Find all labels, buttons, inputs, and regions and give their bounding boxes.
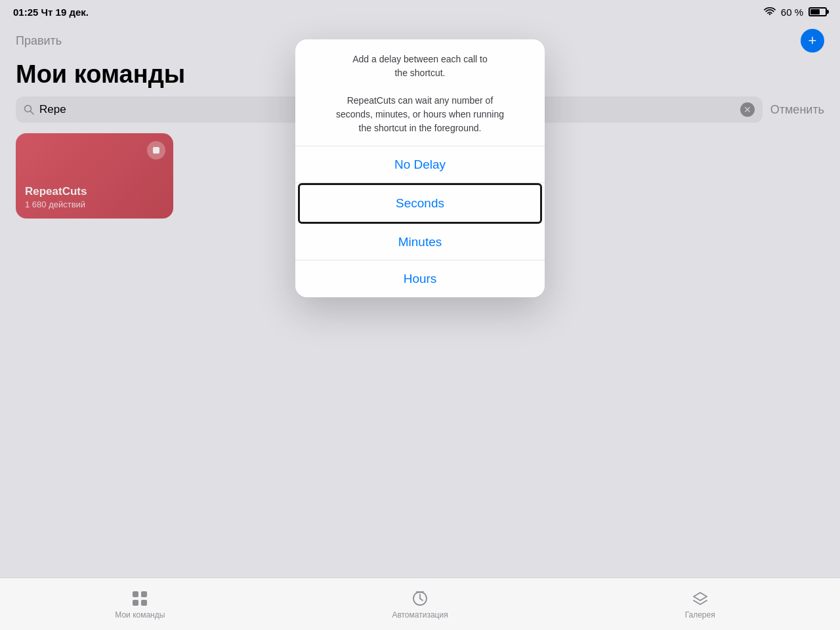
option-no-delay[interactable]: No Delay	[295, 146, 545, 183]
overlay: Add a delay between each call to the sho…	[0, 0, 840, 630]
popup-description: Add a delay between each call to the sho…	[308, 52, 532, 135]
svg-rect-4	[133, 600, 138, 606]
option-hours[interactable]: Hours	[295, 261, 545, 297]
tab-gallery-label: Галерея	[685, 610, 715, 620]
option-seconds-wrapper: Seconds	[298, 183, 542, 224]
layers-icon	[691, 589, 709, 608]
tab-automation[interactable]: Автоматизация	[280, 589, 560, 620]
option-seconds[interactable]: Seconds	[300, 185, 540, 222]
tab-bar: Мои команды Автоматизация Галерея	[0, 578, 840, 630]
option-minutes[interactable]: Minutes	[295, 224, 545, 261]
popup-options: No Delay Seconds Minutes Hours	[295, 146, 545, 297]
tab-automation-label: Автоматизация	[392, 610, 448, 620]
popup-dialog: Add a delay between each call to the sho…	[295, 39, 545, 297]
grid-icon	[131, 589, 149, 608]
popup-header: Add a delay between each call to the sho…	[295, 39, 545, 146]
svg-rect-3	[141, 591, 147, 597]
tab-my-shortcuts-label: Мои команды	[115, 610, 165, 620]
tab-gallery[interactable]: Галерея	[560, 589, 840, 620]
clock-icon	[411, 589, 429, 608]
svg-rect-2	[133, 591, 138, 597]
tab-my-shortcuts[interactable]: Мои команды	[0, 589, 280, 620]
svg-rect-5	[141, 600, 147, 606]
